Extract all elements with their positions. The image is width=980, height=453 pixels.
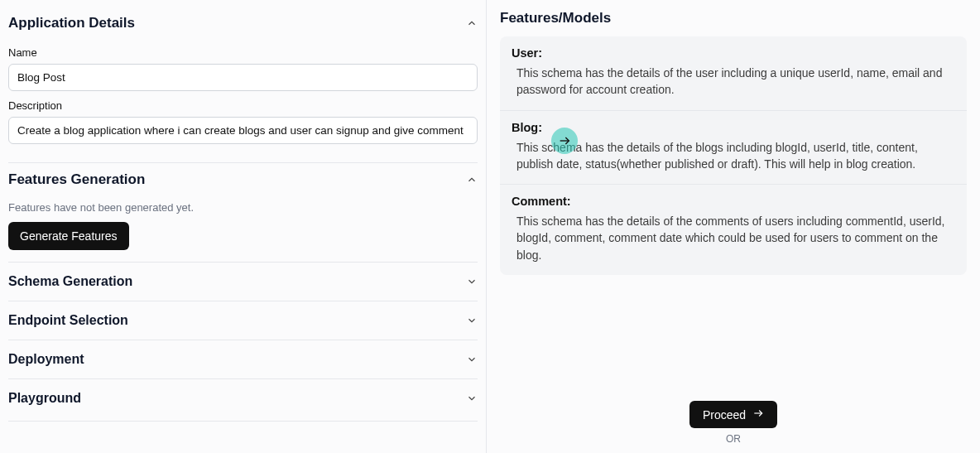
name-input[interactable] [8,64,478,91]
proceed-button[interactable]: Proceed [689,401,777,428]
features-help-text: Features have not been generated yet. [8,201,478,214]
model-name: Comment: [512,195,955,208]
right-panel: Features/Models User: This schema has th… [487,0,980,453]
chevron-down-icon [466,315,478,326]
model-name: Blog: [512,121,955,134]
model-description: This schema has the details of the comme… [512,213,955,263]
right-footer: Proceed OR [487,394,980,453]
chevron-down-icon [466,276,478,287]
section-schema-generation[interactable]: Schema Generation [8,263,478,301]
section-deployment[interactable]: Deployment [8,340,478,378]
proceed-label: Proceed [703,408,746,422]
features-models-title: Features/Models [500,10,967,27]
playground-title: Playground [8,391,81,406]
deployment-title: Deployment [8,352,84,367]
application-details-title: Application Details [8,15,135,31]
schema-generation-title: Schema Generation [8,274,132,289]
model-description: This schema has the details of the blogs… [512,139,955,173]
models-list: User: This schema has the details of the… [500,36,967,275]
left-panel: Application Details Name Description Fea… [0,0,487,453]
description-label: Description [8,99,478,112]
generate-features-label: Generate Features [20,229,118,243]
model-row-user: User: This schema has the details of the… [500,36,967,111]
name-label: Name [8,46,478,59]
arrow-right-icon [752,407,764,422]
features-generation-title: Features Generation [8,171,145,188]
section-playground[interactable]: Playground [8,379,478,417]
description-input[interactable] [8,117,478,144]
section-endpoint-selection[interactable]: Endpoint Selection [8,301,478,340]
or-separator: OR [487,433,980,445]
model-row-blog: Blog: This schema has the details of the… [500,111,967,186]
model-row-comment: Comment: This schema has the details of … [500,185,967,275]
chevron-down-icon [466,393,478,404]
section-features-generation[interactable]: Features Generation [8,163,478,195]
chevron-up-icon [466,174,478,186]
model-description: This schema has the details of the user … [512,65,955,99]
chevron-down-icon [466,354,478,365]
divider [8,421,478,422]
section-application-details[interactable]: Application Details [8,7,478,38]
model-name: User: [512,46,955,60]
generate-features-button[interactable]: Generate Features [8,222,129,250]
endpoint-selection-title: Endpoint Selection [8,313,128,328]
chevron-up-icon [466,17,478,29]
